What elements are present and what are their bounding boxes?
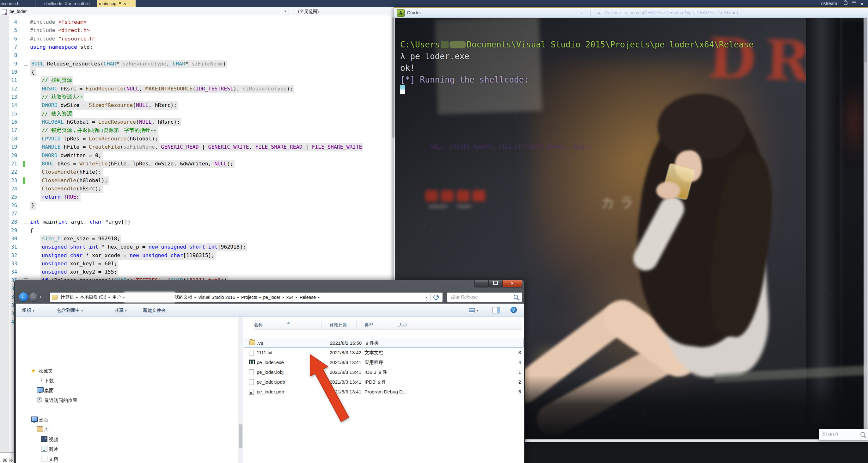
scope-dropdown[interactable]: (全局范围) <box>298 7 319 16</box>
search-popup[interactable]: Search <box>819 429 868 440</box>
pin-icon[interactable] <box>119 2 122 6</box>
explorer-window[interactable]: – × ← → ▾ 计算机▸本地磁盘 (C:)▸用户▸我的文档▸Visual S… <box>14 280 525 463</box>
tab-shellcode-xor-result[interactable]: shellcode_Xor_result.txt <box>33 0 101 7</box>
line-number: 4 <box>0 18 17 26</box>
breadcrumb-item[interactable]: x64 <box>285 295 295 300</box>
code-line[interactable]: 11// 找到资源 <box>0 76 396 84</box>
cmder-tab-bar[interactable]: λ Cmder ▾◆Release_resources(CHAR * szRes… <box>394 8 868 18</box>
code-line[interactable]: 17// 锁定资源，并返回指向资源第一字节的指针-- <box>0 126 396 135</box>
code-line[interactable]: 12HRSRC hRsrc = FindResource(NULL, MAKEI… <box>0 85 396 93</box>
line-number: 10 <box>0 68 17 76</box>
file-row[interactable]: .vs2021/8/2 16:50文件夹 <box>244 338 524 348</box>
code-line[interactable]: 21BOOL bRes = WriteFile(hFile, lpRes, dw… <box>0 160 396 168</box>
breadcrumb-item[interactable]: 本地磁盘 (C:) <box>79 294 107 300</box>
code-line[interactable]: 15// 载入资源 <box>0 110 396 118</box>
code-line[interactable]: 32unsigned char * xor_xcode = new unsign… <box>0 252 396 260</box>
explorer-search-box[interactable]: 搜索 Release <box>447 292 522 302</box>
code-line[interactable]: 23CloseHandle(hGlobal); <box>0 176 396 185</box>
refresh-icon[interactable] <box>433 294 439 300</box>
breadcrumb-item[interactable]: pe_loder <box>262 295 282 300</box>
project-dropdown[interactable]: pe_loder <box>9 7 27 16</box>
code-line[interactable]: 18LPVOID lpRes = LockResource(hGlobal); <box>0 135 396 143</box>
desktop-icon <box>31 416 38 422</box>
code-line[interactable]: 6#include "resource.h" <box>0 35 396 43</box>
change-view-icon[interactable] <box>469 308 475 313</box>
code-line[interactable]: 19HANDLE hFile = CreateFile(szFileName, … <box>0 143 396 151</box>
code-line[interactable]: 27 <box>0 210 396 218</box>
code-line[interactable]: 5#include <direct.h> <box>0 26 396 34</box>
code-line[interactable]: 34unsigned xor_key2 = 155; <box>0 268 396 276</box>
file-row[interactable]: pe_loder.iobj2021/8/3 13:41IOB J 文件1 <box>244 367 524 377</box>
code-line[interactable]: 22CloseHandle(hFile); <box>0 168 396 176</box>
file-size: 4 <box>518 357 523 367</box>
column-header-4[interactable]: 大小 <box>398 320 522 330</box>
code-line[interactable]: 24CloseHandle(hRsrc); <box>0 185 396 193</box>
fold-collapse-icon[interactable]: - <box>24 62 28 66</box>
minimize-button[interactable]: – <box>474 280 489 287</box>
file-row[interactable]: pe_loder.exe2021/8/3 13:41应用程序4 <box>244 357 524 367</box>
close-icon[interactable]: × <box>860 0 863 8</box>
toolbar-item-3[interactable]: 共享▾ <box>115 303 127 317</box>
code-line[interactable]: 20DWORD dwWriten = 0; <box>0 151 396 160</box>
back-button[interactable]: ← <box>19 292 28 302</box>
breadcrumb-item[interactable]: 计算机 <box>59 294 75 300</box>
code-line[interactable]: 30size_t exe_size = 962918; <box>0 235 396 243</box>
column-header-2[interactable]: 修改日期 <box>330 320 365 330</box>
address-breadcrumb-bar[interactable]: 计算机▸本地磁盘 (C:)▸用户▸我的文档▸Visual Studio 2015… <box>49 292 443 302</box>
code-line[interactable]: 14DWORD dwSize = SizeofResource(NULL, hR… <box>0 101 396 109</box>
code-line[interactable]: 8 <box>0 51 396 59</box>
cmder-scrollbar[interactable] <box>864 18 868 440</box>
breadcrumb-item[interactable]: 我的文档 <box>173 294 193 300</box>
breadcrumb-item[interactable]: Projects <box>240 295 258 300</box>
code-line[interactable]: 25return TRUE; <box>0 193 396 201</box>
tab-resource-h[interactable]: esource.h <box>0 0 36 7</box>
close-button[interactable]: × <box>502 280 522 287</box>
code-text: DWORD dwWriten = 0; <box>40 151 103 160</box>
code-line[interactable]: 7using namespace std; <box>0 43 396 51</box>
maximize-button[interactable] <box>488 280 503 287</box>
code-line[interactable]: 10{ <box>0 68 396 76</box>
sidebar-item-label: 收藏夹 <box>38 368 53 374</box>
code-line[interactable]: 29{ <box>0 226 396 235</box>
breadcrumb-item[interactable]: 用户 <box>111 294 122 300</box>
view-dropdown-icon[interactable]: ▾ <box>477 309 478 312</box>
column-header-3[interactable]: 类型 <box>365 320 399 330</box>
column-divider[interactable] <box>321 321 322 329</box>
column-divider[interactable] <box>391 321 391 329</box>
fold-collapse-icon[interactable]: - <box>24 220 28 224</box>
preview-pane-icon[interactable] <box>493 307 500 313</box>
history-dropdown-icon[interactable]: ▾ <box>40 295 41 298</box>
column-divider[interactable] <box>356 321 356 329</box>
help-button[interactable]: ? <box>510 307 517 313</box>
tab-close-icon[interactable]: × <box>124 1 126 6</box>
breadcrumb-item[interactable]: Visual Studio 2015 <box>197 295 237 300</box>
tab-main-cpp[interactable]: main.cpp× <box>97 0 135 7</box>
chevron-down-icon[interactable]: ▼ <box>284 7 287 16</box>
address-dropdown-icon[interactable]: ▾ <box>422 296 430 299</box>
code-text: unsigned xor_key2 = 155; <box>40 268 118 276</box>
code-line[interactable]: 9-BOOL Release_resources(CHAR* szResourc… <box>0 60 396 68</box>
breadcrumb-item[interactable]: Release <box>299 295 317 300</box>
code-line[interactable]: 13// 获取资源大小 <box>0 93 396 101</box>
code-line[interactable]: 33unsigned xor_key1 = 601; <box>0 260 396 268</box>
code-line[interactable]: 16HGLOBAL hGlobal = LoadResource(NULL, h… <box>0 118 396 126</box>
breadcrumb-separator-icon: ▸ <box>317 295 320 299</box>
navigation-scrollbar-thumb[interactable] <box>239 425 243 448</box>
file-row[interactable]: pe_loder.ipdb2021/8/3 13:41IPDB 文件2 <box>244 377 524 387</box>
column-header-1[interactable]: 名称 <box>254 320 330 330</box>
line-number: 5 <box>0 26 17 34</box>
float-window-icon[interactable] <box>852 2 856 5</box>
toolbar-item-2[interactable]: 包含到库中▾ <box>57 303 83 317</box>
toolbar-item-1[interactable]: 组织▾ <box>22 303 34 317</box>
cmder-scrollbar-thumb[interactable] <box>864 18 867 62</box>
code-line[interactable]: 28-int main(int argc, char *argv[]) <box>0 218 396 226</box>
lock-icon[interactable] <box>844 2 847 5</box>
code-line[interactable]: 31unsigned short int * hex_code_p = new … <box>0 243 396 251</box>
file-row[interactable]: 1111.txt2021/8/3 13:42文本文档3 <box>244 348 524 357</box>
navigation-pane-scrollbar[interactable] <box>238 317 243 463</box>
code-line[interactable]: 4#include <fstream> <box>0 18 396 26</box>
toolbar-item-4[interactable]: 新建文件夹 <box>143 303 166 317</box>
forward-button[interactable]: → <box>29 292 38 302</box>
file-row[interactable]: pe_loder.pdb2021/8/3 13:41Program Debug … <box>244 387 524 397</box>
code-line[interactable]: 26} <box>0 201 396 210</box>
